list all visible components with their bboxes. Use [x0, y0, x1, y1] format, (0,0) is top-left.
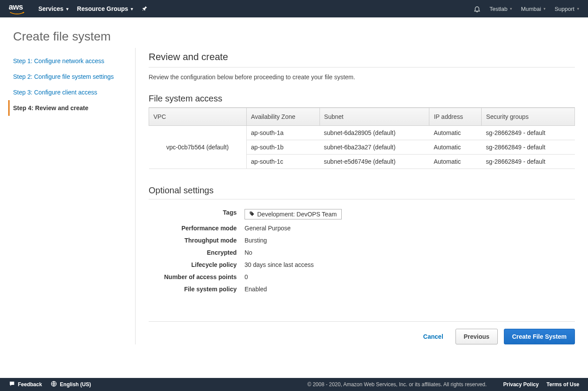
enc-label: Encrypted: [149, 249, 245, 256]
pol-value: Enabled: [245, 286, 267, 293]
col-ip: IP address: [429, 108, 482, 126]
cancel-button[interactable]: Cancel: [417, 329, 449, 344]
support-menu[interactable]: Support▾: [554, 6, 579, 12]
tag-chip: Development: DevOPS Team: [245, 209, 342, 219]
aws-swoosh-icon: [9, 12, 25, 15]
review-desc: Review the configuration below before pr…: [149, 74, 575, 81]
wizard-steps: Step 1: Configure network access Step 2:…: [13, 48, 135, 344]
enc-value: No: [245, 249, 252, 256]
caret-down-icon: ▾: [131, 7, 133, 11]
step-3[interactable]: Step 3: Configure client access: [13, 84, 126, 100]
tag-text: Development: DevOPS Team: [257, 211, 337, 218]
optional-title: Optional settings: [149, 185, 575, 199]
review-title: Review and create: [149, 51, 575, 67]
col-vpc: VPC: [149, 108, 247, 126]
col-az: Availability Zone: [246, 108, 319, 126]
aws-logo[interactable]: aws: [9, 3, 25, 15]
caret-down-icon: ▾: [544, 7, 546, 11]
ap-label: Number of access points: [149, 273, 245, 280]
perf-label: Performance mode: [149, 225, 245, 232]
lc-value: 30 days since last access: [245, 261, 314, 268]
caret-down-icon: ▾: [510, 7, 512, 11]
notifications-icon[interactable]: [473, 5, 481, 13]
pin-icon[interactable]: [142, 6, 148, 12]
tags-label: Tags: [149, 209, 245, 219]
fs-access-table: VPC Availability Zone Subnet IP address …: [149, 108, 575, 169]
col-subnet: Subnet: [319, 108, 429, 126]
create-button[interactable]: Create File System: [504, 329, 575, 344]
step-4[interactable]: Step 4: Review and create: [8, 100, 126, 116]
step-1[interactable]: Step 1: Configure network access: [13, 53, 126, 69]
previous-button[interactable]: Previous: [455, 329, 498, 344]
step-2[interactable]: Step 2: Configure file system settings: [13, 69, 126, 84]
caret-down-icon: ▾: [577, 7, 579, 11]
pol-label: File system policy: [149, 286, 245, 293]
services-menu[interactable]: Services▾: [38, 5, 68, 12]
fs-access-title: File system access: [149, 94, 575, 108]
region-menu[interactable]: Mumbai▾: [521, 6, 546, 12]
tput-label: Throughput mode: [149, 237, 245, 244]
resource-groups-menu[interactable]: Resource Groups▾: [77, 5, 133, 12]
main-content: Review and create Review the configurati…: [135, 48, 575, 344]
caret-down-icon: ▾: [66, 7, 68, 11]
table-row: vpc-0cb7b564 (default) ap-south-1a subne…: [149, 126, 575, 140]
tput-value: Bursting: [245, 237, 267, 244]
top-nav: aws Services▾ Resource Groups▾ Testlab▾ …: [0, 0, 588, 17]
aws-logo-text: aws: [9, 3, 23, 11]
tag-icon: [249, 211, 255, 218]
wizard-actions: Cancel Previous Create File System: [149, 321, 575, 344]
perf-value: General Purpose: [245, 225, 291, 232]
ap-value: 0: [245, 273, 248, 280]
account-menu[interactable]: Testlab▾: [489, 6, 512, 12]
page-title: Create file system: [0, 17, 588, 48]
lc-label: Lifecycle policy: [149, 261, 245, 268]
optional-settings: Tags Development: DevOPS Team Performanc…: [149, 206, 575, 295]
col-sg: Security groups: [482, 108, 575, 126]
vpc-cell: vpc-0cb7b564 (default): [149, 126, 247, 169]
